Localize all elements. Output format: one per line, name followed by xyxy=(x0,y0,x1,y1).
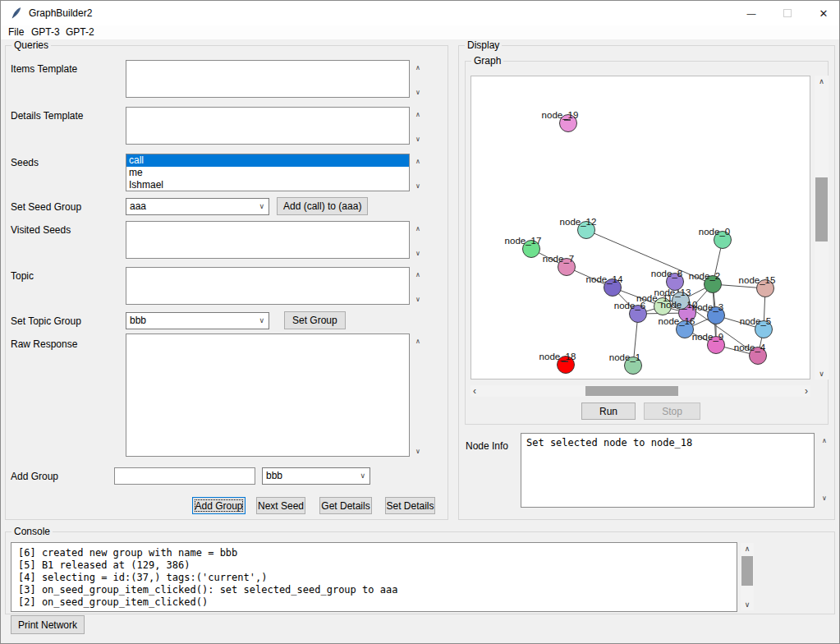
graph-node-label: node_18 xyxy=(539,352,576,361)
scroll-left-icon[interactable]: ‹ xyxy=(473,385,476,397)
seeds-scroll-up-icon[interactable]: ∧ xyxy=(411,158,425,166)
raw-response-label: Raw Response xyxy=(11,338,77,350)
topic-scroll-down-icon[interactable]: ∨ xyxy=(411,296,425,304)
graph-node-label: node_5 xyxy=(740,316,771,326)
topic-group-combobox-value: bbb xyxy=(130,313,146,329)
raw-response-scroll-up-icon[interactable]: ∧ xyxy=(411,338,425,346)
graph-vertical-scrollbar[interactable]: ∧ ∨ xyxy=(815,76,829,380)
graph-vscroll-thumb[interactable] xyxy=(815,177,828,242)
graph-node-label: node_0 xyxy=(699,227,730,237)
set-seed-group-label: Set Seed Group xyxy=(11,201,81,213)
seeds-scroll-down-icon[interactable]: ∨ xyxy=(411,182,425,191)
scroll-down-icon[interactable]: ∨ xyxy=(815,370,829,378)
maximize-icon xyxy=(783,9,792,17)
node-info-scroll-up-icon[interactable]: ∧ xyxy=(818,437,831,445)
topic-scroll-up-icon[interactable]: ∧ xyxy=(411,271,425,279)
next-seed-button[interactable]: Next Seed xyxy=(256,497,305,514)
items-template-label: Items Template xyxy=(11,63,77,75)
stop-button[interactable]: Stop xyxy=(644,402,700,420)
graph-node-label: node_16 xyxy=(659,316,695,326)
queries-group-label: Queries xyxy=(11,39,51,51)
menu-bar: File GPT-3 GPT-2 xyxy=(1,25,839,39)
app-window: GraphBuilder2 — ✕ File GPT-3 GPT-2 Queri… xyxy=(0,0,840,644)
console-line: [5] B1 released at (129, 386) xyxy=(18,559,730,572)
graph-group-label: Graph xyxy=(471,55,503,67)
details-template-textarea[interactable] xyxy=(126,107,410,145)
visited-seeds-label: Visited Seeds xyxy=(11,224,71,236)
add-group-combobox-value: bbb xyxy=(266,468,282,484)
console-textarea[interactable]: [6] created new group with name = bbb [5… xyxy=(11,542,737,612)
menu-item-gpt2[interactable]: GPT-2 xyxy=(62,25,98,39)
raw-response-textarea[interactable] xyxy=(126,334,410,457)
scroll-down-icon[interactable]: ∨ xyxy=(741,600,754,609)
visited-seeds-scroll-down-icon[interactable]: ∨ xyxy=(411,250,425,258)
node-info-label: Node Info xyxy=(466,440,508,452)
graph-canvas[interactable]: node_0node_1node_2node_3node_4node_5node… xyxy=(470,76,810,380)
seed-group-combobox-value: aaa xyxy=(130,199,146,214)
console-line: [2] on_seed_group_item_clicked() xyxy=(18,596,730,609)
details-template-scroll-down-icon[interactable]: ∨ xyxy=(411,136,425,144)
title-bar: GraphBuilder2 — ✕ xyxy=(1,1,839,25)
graph-node-label: node_15 xyxy=(739,275,776,285)
chevron-down-icon: ∨ xyxy=(360,468,365,484)
menu-item-file[interactable]: File xyxy=(5,25,27,39)
topic-textarea[interactable] xyxy=(126,267,410,305)
raw-response-scroll-down-icon[interactable]: ∨ xyxy=(411,448,425,456)
graph-node-label: node_12 xyxy=(560,217,597,227)
add-group-input[interactable] xyxy=(114,467,255,485)
topic-label: Topic xyxy=(11,270,34,282)
node-info-textarea[interactable]: Set selected node to node_18 xyxy=(521,433,815,508)
scroll-up-icon[interactable]: ∧ xyxy=(741,545,754,553)
node-info-scroll-down-icon[interactable]: ∨ xyxy=(818,494,831,503)
graph-hscroll-thumb[interactable] xyxy=(585,386,678,396)
graph-node-label: node_9 xyxy=(692,332,723,342)
graph-node-label: node_19 xyxy=(542,110,579,120)
get-details-button[interactable]: Get Details xyxy=(319,497,372,514)
items-template-textarea[interactable] xyxy=(126,60,410,98)
seeds-label: Seeds xyxy=(11,157,39,168)
chevron-down-icon: ∨ xyxy=(259,199,264,214)
graph-node-label: node_14 xyxy=(586,274,623,284)
set-group-button[interactable]: Set Group xyxy=(284,311,346,329)
menu-item-gpt3[interactable]: GPT-3 xyxy=(28,25,63,39)
console-vscroll-thumb[interactable] xyxy=(741,556,753,586)
console-group-label: Console xyxy=(11,526,53,537)
display-group-label: Display xyxy=(465,39,502,51)
visited-seeds-textarea[interactable] xyxy=(126,221,410,259)
scroll-up-icon[interactable]: ∧ xyxy=(815,77,829,85)
add-group-button[interactable]: Add Group xyxy=(192,497,246,514)
seeds-list-item-me[interactable]: me xyxy=(126,167,409,179)
details-template-label: Details Template xyxy=(11,110,84,122)
python-feather-icon xyxy=(10,7,23,20)
seeds-listbox: call me Ishmael xyxy=(126,154,410,191)
print-network-button[interactable]: Print Network xyxy=(11,615,85,634)
console-vertical-scrollbar[interactable]: ∧ ∨ xyxy=(741,543,754,610)
details-template-scroll-up-icon[interactable]: ∧ xyxy=(411,111,425,119)
graph-node-label: node_13 xyxy=(654,288,691,297)
scroll-right-icon[interactable]: › xyxy=(805,385,808,397)
graph-node-label: node_2 xyxy=(689,271,720,281)
items-template-scroll-down-icon[interactable]: ∨ xyxy=(411,89,425,97)
topic-group-combobox[interactable]: bbb ∨ xyxy=(126,312,269,329)
add-seed-to-group-button[interactable]: Add (call) to (aaa) xyxy=(277,197,368,215)
graph-horizontal-scrollbar[interactable]: ‹ › xyxy=(470,385,810,397)
maximize-button[interactable] xyxy=(774,1,801,25)
add-group-combobox[interactable]: bbb ∨ xyxy=(262,467,370,485)
set-details-button[interactable]: Set Details xyxy=(385,497,435,514)
chevron-down-icon: ∨ xyxy=(259,313,264,329)
minimize-button[interactable]: — xyxy=(738,1,764,25)
seeds-list-item-ishmael[interactable]: Ishmael xyxy=(126,179,409,191)
close-button[interactable]: ✕ xyxy=(810,1,837,25)
run-button[interactable]: Run xyxy=(581,402,636,420)
window-title: GraphBuilder2 xyxy=(29,1,92,25)
graph-node-label: node_1 xyxy=(609,352,640,362)
console-line: [4] selecting = id:(37,) tags:('current'… xyxy=(18,572,730,584)
set-topic-group-label: Set Topic Group xyxy=(11,315,81,327)
seeds-list-item-call[interactable]: call xyxy=(126,154,409,167)
network-graph: node_0node_1node_2node_3node_4node_5node… xyxy=(471,76,810,379)
seed-group-combobox[interactable]: aaa ∨ xyxy=(126,198,269,215)
graph-node-label: node_7 xyxy=(543,254,574,264)
items-template-scroll-up-icon[interactable]: ∧ xyxy=(411,64,425,72)
visited-seeds-scroll-up-icon[interactable]: ∧ xyxy=(411,225,425,233)
graph-node-label: node_4 xyxy=(734,343,766,352)
